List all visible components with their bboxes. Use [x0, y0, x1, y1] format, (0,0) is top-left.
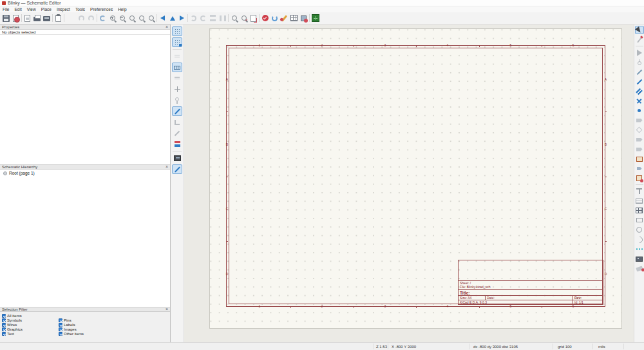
navigate-forward-button[interactable]: [177, 13, 187, 23]
page-settings-button[interactable]: [23, 13, 32, 23]
junction-button[interactable]: [635, 106, 644, 115]
statusbar-separator: [592, 344, 593, 349]
filter-text[interactable]: Text: [2, 332, 59, 336]
zoom-out-button[interactable]: [117, 13, 127, 23]
bezier-button[interactable]: [635, 245, 644, 253]
refresh-view-button[interactable]: [98, 13, 108, 23]
global-label-button[interactable]: [635, 135, 644, 144]
selection-filter-header[interactable]: Selection Filter ×: [0, 307, 170, 312]
show-hidden-pins-button[interactable]: [172, 95, 182, 105]
wires-90deg-button[interactable]: [172, 117, 182, 127]
open-pcb-editor-button[interactable]: [310, 13, 320, 23]
units-mm-button[interactable]: [172, 73, 182, 83]
close-icon[interactable]: ×: [166, 25, 168, 29]
grid-ref-tick: [354, 306, 354, 308]
units-mils-button[interactable]: [172, 63, 182, 72]
zoom-selection-button[interactable]: [146, 13, 156, 23]
draw-free-angle-button[interactable]: [172, 164, 182, 174]
units-display-button[interactable]: [172, 139, 182, 149]
zoom-in-button[interactable]: [108, 13, 117, 23]
hierarchical-sheet-button[interactable]: [635, 155, 644, 163]
menu-tools[interactable]: Tools: [73, 6, 88, 12]
filter-images[interactable]: Images: [59, 327, 115, 331]
navigate-back-button[interactable]: [158, 13, 167, 23]
schematic-canvas[interactable]: 1 2 3 4 5 6 1 2 3 4 5 6 A B C D A B C D …: [184, 24, 634, 342]
annotate-button[interactable]: [279, 13, 289, 23]
schematic-setup-button[interactable]: [11, 13, 21, 23]
rotate-cw-button[interactable]: [198, 13, 208, 23]
units-inches-button[interactable]: [172, 52, 182, 61]
net-label-button[interactable]: [635, 116, 644, 124]
assign-footprints-button[interactable]: [299, 13, 308, 23]
show-grid-button[interactable]: [172, 26, 182, 36]
rectangle-button[interactable]: [635, 216, 644, 224]
crosshair-button[interactable]: [172, 84, 182, 94]
menu-place[interactable]: Place: [39, 6, 54, 12]
mirror-horizontal-button[interactable]: [218, 13, 227, 23]
menu-view[interactable]: View: [24, 6, 39, 12]
highlight-net-icon: [637, 37, 642, 43]
filter-all-items[interactable]: All items: [2, 314, 59, 318]
image-button[interactable]: [635, 255, 644, 263]
selection-tool-button[interactable]: [635, 26, 644, 34]
filter-other-items[interactable]: Other items: [59, 332, 115, 336]
filter-graphics[interactable]: Graphics: [2, 327, 59, 331]
arc-button[interactable]: [635, 235, 644, 244]
highlight-net-button[interactable]: [635, 35, 644, 44]
filter-symbols[interactable]: Symbols: [2, 318, 59, 322]
hierarchy-navigator-button[interactable]: [172, 153, 182, 163]
undo-button[interactable]: [77, 13, 86, 23]
close-icon[interactable]: ×: [166, 307, 168, 311]
plot-button[interactable]: [42, 13, 52, 23]
zoom-fit-page-button[interactable]: [127, 13, 137, 23]
statusbar-separator: [553, 344, 553, 349]
properties-panel-header[interactable]: Properties ×: [0, 24, 170, 30]
filter-pins[interactable]: Pins: [59, 318, 115, 322]
filter-wires[interactable]: Wires: [2, 323, 59, 327]
run-erc-button[interactable]: [260, 13, 270, 23]
text-box-icon: [636, 199, 643, 204]
redo-button[interactable]: [86, 13, 96, 23]
print-button[interactable]: [32, 13, 42, 23]
rotate-ccw-button[interactable]: [189, 13, 198, 23]
navigate-up-button[interactable]: [167, 13, 177, 23]
text-tool-button[interactable]: [635, 187, 644, 195]
text-button[interactable]: [635, 174, 644, 182]
grid-overrides-button[interactable]: [172, 37, 182, 47]
symbol-fields-table-button[interactable]: [289, 13, 299, 23]
simulator-button[interactable]: [270, 13, 279, 23]
draw-wire-button[interactable]: [635, 68, 644, 76]
wire-bus-entry-button[interactable]: [635, 87, 644, 95]
place-power-button[interactable]: [635, 58, 644, 66]
schematic-page[interactable]: 1 2 3 4 5 6 1 2 3 4 5 6 A B C D A B C D …: [209, 28, 622, 329]
netclass-directive-button[interactable]: [635, 126, 644, 134]
find-replace-button[interactable]: [239, 13, 249, 23]
free-angle-wires-button[interactable]: [172, 106, 182, 116]
place-symbol-button[interactable]: [635, 48, 644, 57]
hierarchical-label-button[interactable]: [635, 145, 644, 153]
menu-preferences[interactable]: Preferences: [88, 6, 115, 12]
mirror-vertical-button[interactable]: [208, 13, 218, 23]
filter-labels[interactable]: Labels: [59, 323, 115, 327]
table-button[interactable]: [635, 206, 644, 215]
update-symbols-button[interactable]: [249, 13, 258, 23]
hierarchy-root-item[interactable]: Root (page 1): [0, 170, 170, 175]
properties-panel: Properties × No objects selected: [0, 24, 171, 164]
paste-button[interactable]: [53, 13, 63, 23]
menu-edit[interactable]: Edit: [12, 6, 24, 12]
draw-bus-button[interactable]: [635, 77, 644, 86]
text-box-button[interactable]: [635, 197, 644, 205]
circle-button[interactable]: [635, 226, 644, 234]
save-button[interactable]: [1, 13, 11, 23]
menu-file[interactable]: File: [0, 6, 12, 12]
menu-inspect[interactable]: Inspect: [54, 6, 73, 12]
wires-45deg-button[interactable]: [172, 128, 182, 138]
delete-tool-button[interactable]: [635, 264, 644, 273]
hierarchy-panel-header[interactable]: Schematic Hierarchy ×: [0, 164, 170, 170]
zoom-fit-objects-button[interactable]: [137, 13, 146, 23]
menu-help[interactable]: Help: [115, 6, 129, 12]
sheet-pin-button[interactable]: [635, 164, 644, 173]
no-connect-button[interactable]: [635, 97, 644, 105]
close-icon[interactable]: ×: [166, 165, 168, 169]
find-button[interactable]: [229, 13, 239, 23]
